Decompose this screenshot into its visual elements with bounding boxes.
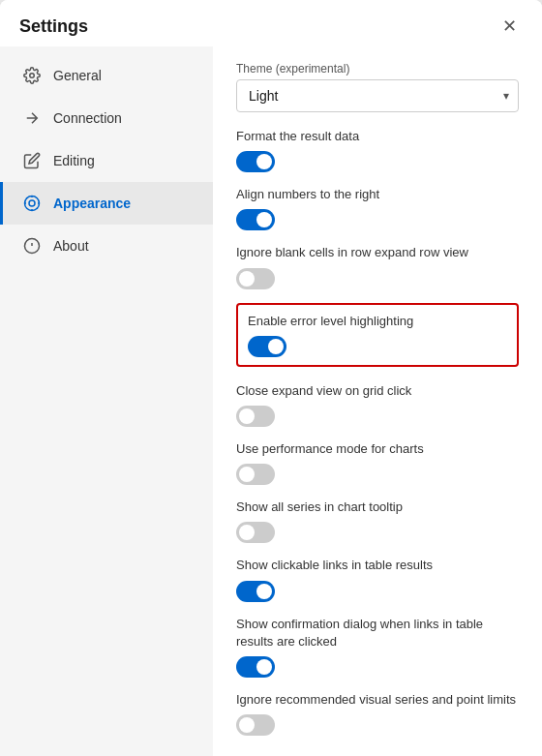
clickable-links-slider (236, 581, 275, 602)
sidebar-item-editing[interactable]: Editing (0, 139, 213, 182)
confirmation-dialog-setting: Show confirmation dialog when links in t… (236, 616, 519, 678)
clickable-links-label: Show clickable links in table results (236, 557, 519, 574)
align-numbers-setting: Align numbers to the right (236, 186, 519, 230)
close-expand-setting: Close expand view on grid click (236, 382, 519, 427)
svg-line-5 (26, 197, 27, 198)
svg-line-6 (37, 208, 38, 209)
performance-mode-label: Use performance mode for charts (236, 440, 519, 458)
ignore-blank-slider (236, 268, 275, 289)
show-series-toggle[interactable] (236, 522, 275, 543)
theme-setting: Theme (experimental) Light Dark System ▾ (236, 62, 519, 112)
ignore-visual-label: Ignore recommended visual series and poi… (236, 691, 519, 709)
sidebar-item-general[interactable]: General (0, 54, 213, 97)
appearance-icon (22, 194, 42, 213)
ignore-visual-slider (236, 714, 275, 736)
settings-dialog: Settings ✕ General Co (0, 0, 542, 756)
info-icon (22, 236, 42, 256)
close-expand-slider (236, 406, 275, 427)
close-button[interactable]: ✕ (497, 15, 523, 37)
dialog-title: Settings (19, 16, 88, 37)
confirmation-dialog-label: Show confirmation dialog when links in t… (236, 616, 519, 650)
sidebar: General Connection Editing (0, 46, 213, 756)
sidebar-item-label-general: General (53, 68, 102, 83)
format-result-label: Format the result data (236, 128, 519, 145)
ignore-blank-label: Ignore blank cells in row expand row vie… (236, 244, 519, 261)
svg-point-2 (29, 200, 35, 206)
settings-content: Theme (experimental) Light Dark System ▾… (213, 46, 542, 756)
connection-icon (22, 108, 42, 128)
sidebar-item-label-editing: Editing (53, 153, 95, 168)
performance-mode-toggle[interactable] (236, 464, 275, 485)
error-level-toggle[interactable] (248, 336, 286, 357)
theme-dropdown[interactable]: Light Dark System (236, 79, 519, 112)
error-level-label: Enable error level highlighting (248, 313, 507, 330)
pencil-icon (22, 151, 42, 170)
performance-mode-setting: Use performance mode for charts (236, 440, 519, 485)
sidebar-item-connection[interactable]: Connection (0, 97, 213, 139)
error-level-slider (248, 336, 286, 357)
ignore-blank-setting: Ignore blank cells in row expand row vie… (236, 244, 519, 288)
sidebar-item-about[interactable]: About (0, 225, 213, 267)
clickable-links-setting: Show clickable links in table results (236, 557, 519, 601)
format-result-toggle[interactable] (236, 151, 275, 172)
sidebar-item-label-about: About (53, 238, 89, 254)
show-series-label: Show all series in chart tooltip (236, 499, 519, 516)
svg-point-0 (30, 74, 35, 78)
show-series-setting: Show all series in chart tooltip (236, 499, 519, 543)
format-result-slider (236, 151, 275, 172)
ignore-blank-toggle[interactable] (236, 268, 275, 289)
ignore-visual-toggle[interactable] (236, 714, 275, 736)
gear-icon (22, 66, 42, 85)
close-expand-label: Close expand view on grid click (236, 382, 519, 400)
sidebar-item-label-connection: Connection (53, 110, 122, 126)
ignore-visual-setting: Ignore recommended visual series and poi… (236, 691, 519, 736)
theme-dropdown-wrapper: Light Dark System ▾ (236, 79, 519, 112)
align-numbers-slider (236, 209, 275, 230)
sidebar-item-label-appearance: Appearance (53, 196, 131, 211)
dialog-header: Settings ✕ (0, 0, 542, 46)
align-numbers-label: Align numbers to the right (236, 186, 519, 203)
clickable-links-toggle[interactable] (236, 581, 275, 602)
confirmation-dialog-toggle[interactable] (236, 656, 275, 678)
sidebar-item-appearance[interactable]: Appearance (0, 182, 213, 225)
format-result-setting: Format the result data (236, 128, 519, 172)
dialog-body: General Connection Editing (0, 46, 542, 756)
close-expand-toggle[interactable] (236, 406, 275, 427)
align-numbers-toggle[interactable] (236, 209, 275, 230)
error-level-setting: Enable error level highlighting (236, 303, 519, 367)
performance-mode-slider (236, 464, 275, 485)
confirmation-dialog-slider (236, 656, 275, 678)
theme-label: Theme (experimental) (236, 62, 519, 76)
show-series-slider (236, 522, 275, 543)
